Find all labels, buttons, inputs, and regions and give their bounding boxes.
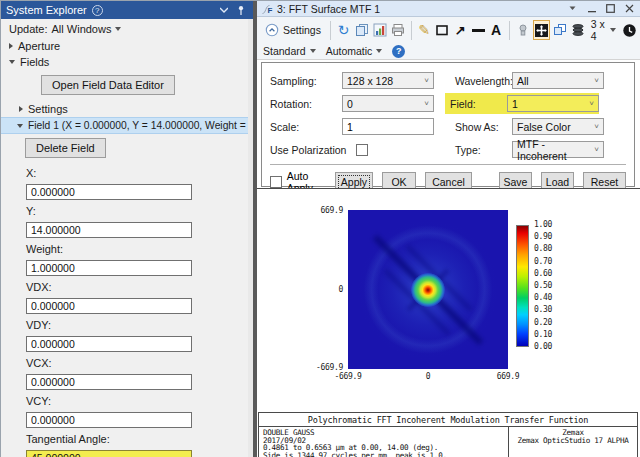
system-explorer-panel: System Explorer ? Update: All Windows Ap…	[1, 1, 253, 457]
fft-surface-mtf-window: F 3: FFT Surface MTF 1 Settings ↻	[257, 1, 640, 457]
chevron-down-icon	[610, 28, 616, 32]
wavelength-dropdown[interactable]: All˅	[512, 72, 604, 89]
help-icon[interactable]: ?	[92, 5, 103, 16]
plot-footer: Polychromatic FFT Incoherent Modulation …	[258, 412, 638, 457]
grid-size-dropdown[interactable]: 3 x 4	[588, 18, 619, 42]
colorbar-tick: 0.30	[534, 305, 552, 314]
minimize-icon[interactable]	[584, 2, 599, 15]
refresh-icon[interactable]: ↻	[336, 20, 352, 40]
field-value: 1	[512, 98, 518, 110]
weight-field[interactable]	[26, 260, 192, 276]
sampling-value: 128 x 128	[347, 75, 393, 87]
tree-item-label: Settings	[28, 103, 68, 115]
expander-closed-icon[interactable]	[9, 43, 13, 49]
tangential-angle-field[interactable]	[26, 450, 192, 457]
update-dropdown[interactable]: Update: All Windows	[1, 19, 253, 38]
y-field[interactable]	[26, 222, 192, 238]
expander-closed-icon[interactable]	[19, 106, 23, 112]
arrow-annotation-icon[interactable]: ↗	[452, 20, 468, 40]
product-name: Zemax OpticStudio 17 ALPHA	[509, 437, 637, 445]
copy-icon[interactable]	[354, 20, 370, 40]
colorbar-tick: 0.60	[534, 269, 552, 278]
save-graphic-icon[interactable]	[372, 20, 388, 40]
type-dropdown[interactable]: MTF - Incoherent˅	[512, 141, 604, 158]
rotation-dropdown[interactable]: 0˅	[342, 95, 434, 112]
type-value: MTF - Incoherent	[517, 138, 594, 162]
chevron-down-icon	[115, 27, 121, 31]
line-annotation-icon[interactable]	[470, 20, 486, 40]
scale-note: Side is 1344.97 cycles per mm, peak is 1…	[263, 452, 508, 457]
window-menu-chevron-icon[interactable]	[565, 2, 580, 15]
x-label: X:	[26, 167, 253, 179]
field-row-highlight: Field: 1˅	[445, 93, 599, 114]
colorbar-tick: 1.00	[534, 220, 552, 229]
open-field-data-editor-button[interactable]: Open Field Data Editor	[41, 75, 175, 95]
lamp-icon[interactable]	[515, 20, 531, 40]
scale-label: Scale:	[270, 121, 342, 133]
wavelength-value: All	[517, 75, 529, 87]
x-tick-left: -669.9	[326, 372, 370, 381]
pin-icon[interactable]	[234, 3, 248, 17]
tangential-angle-label: Tangential Angle:	[26, 433, 253, 445]
maximize-icon[interactable]	[603, 2, 618, 15]
window-icon: F	[261, 3, 273, 15]
chevron-up-circle-icon	[265, 23, 279, 37]
auto-apply-checkbox[interactable]	[270, 176, 282, 188]
type-label: Type:	[455, 144, 512, 156]
vcy-field[interactable]	[26, 412, 192, 428]
sampling-label: Sampling:	[270, 75, 342, 87]
y-label: Y:	[26, 205, 253, 217]
toolbar-row-1: Settings ↻ ✎ ↗ A	[257, 17, 640, 43]
tree-item-label: Fields	[20, 56, 49, 68]
tree-item-field1-selected[interactable]: Field 1 (X = 0.000000, Y = 14.000000, We…	[1, 117, 253, 134]
colorbar-tick: 0.40	[534, 293, 552, 302]
colorbar-tick: 0.50	[534, 281, 552, 290]
sampling-dropdown[interactable]: 128 x 128˅	[342, 72, 434, 89]
show-as-dropdown[interactable]: False Color˅	[512, 118, 604, 135]
expander-open-icon[interactable]	[17, 124, 23, 128]
use-polarization-checkbox[interactable]	[356, 144, 368, 156]
vdx-field[interactable]	[26, 298, 192, 314]
scale-input[interactable]	[342, 118, 434, 135]
update-value: All Windows	[52, 23, 112, 35]
help-icon[interactable]: ?	[392, 45, 405, 58]
vcy-label: VCY:	[26, 395, 253, 407]
automatic-dropdown[interactable]: Automatic	[326, 45, 383, 57]
panel-menu-chevron-icon[interactable]	[217, 3, 231, 17]
fit-window-icon[interactable]	[533, 20, 550, 40]
rotation-value: 0	[347, 98, 353, 110]
pencil-annotation-icon[interactable]: ✎	[416, 20, 432, 40]
x-field[interactable]	[26, 184, 192, 200]
rectangle-annotation-icon[interactable]	[434, 20, 450, 40]
colorbar-tick: 0.80	[534, 244, 552, 253]
clock-icon[interactable]	[621, 20, 637, 40]
tree-item-settings[interactable]: Settings	[1, 101, 253, 117]
field-dropdown[interactable]: 1˅	[507, 95, 599, 112]
expander-open-icon[interactable]	[9, 60, 15, 64]
automatic-label: Automatic	[326, 45, 373, 57]
show-as-value: False Color	[517, 121, 571, 133]
colorbar-tick: 0.20	[534, 318, 552, 327]
tree-item-aperture[interactable]: Aperture	[1, 38, 253, 54]
analysis-settings-panel: Sampling: 128 x 128˅ Wavelength: All˅ Ro…	[261, 62, 635, 187]
settings-toggle-button[interactable]: Settings	[261, 21, 325, 39]
rotation-label: Rotation:	[270, 98, 342, 110]
print-icon[interactable]	[390, 20, 406, 40]
tree-item-label: Field 1 (X = 0.000000, Y = 14.000000, We…	[28, 120, 253, 131]
vdy-field[interactable]	[26, 336, 192, 352]
toolbar-row-2: Standard Automatic ?	[257, 43, 640, 60]
standard-dropdown[interactable]: Standard	[263, 45, 316, 57]
chevron-down-icon	[376, 49, 382, 53]
colorbar-tick: 0.90	[534, 232, 552, 241]
chevron-down-icon	[310, 49, 316, 53]
window-titlebar[interactable]: F 3: FFT Surface MTF 1	[257, 1, 640, 17]
vcx-field[interactable]	[26, 374, 192, 390]
text-annotation-icon[interactable]: A	[488, 20, 504, 40]
tree-item-label: Aperture	[18, 40, 60, 52]
layers-stack-icon[interactable]	[570, 20, 586, 40]
vdx-label: VDX:	[26, 281, 253, 293]
tile-windows-icon[interactable]	[552, 20, 568, 40]
close-icon[interactable]	[622, 2, 637, 15]
tree-item-fields[interactable]: Fields	[1, 54, 253, 70]
delete-field-button[interactable]: Delete Field	[25, 138, 106, 158]
